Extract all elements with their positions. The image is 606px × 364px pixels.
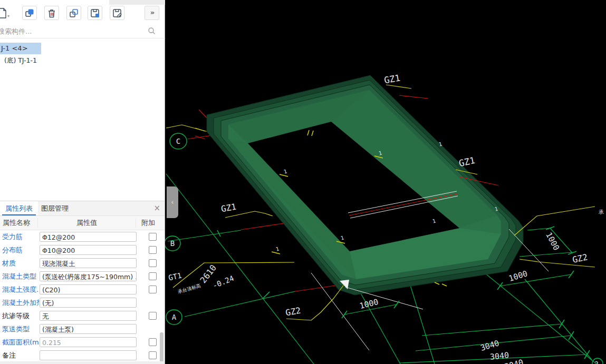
value-input-readonly: 0.215: [40, 337, 137, 347]
property-row: 混凝土外加剂(无): [0, 296, 165, 309]
axis-label-c: C: [176, 137, 180, 145]
attach-checkbox[interactable]: [149, 286, 157, 293]
value-input[interactable]: Φ10@200: [40, 245, 137, 255]
tree-node-selected[interactable]: J-1 <4>: [0, 43, 41, 54]
tab-property-list[interactable]: 属性列表: [0, 201, 38, 215]
attach-checkbox[interactable]: [149, 351, 157, 359]
property-row: 材质现浇混凝土: [0, 257, 165, 270]
cad-3d-viewport[interactable]: 1 1 1 1 1 1 1 C B A 2: [165, 0, 606, 364]
foundation-3d-model[interactable]: [207, 75, 523, 295]
value-input[interactable]: (泵送砼(坍落度175~190mm) ...: [40, 271, 137, 281]
tab-layer-management[interactable]: 图层管理: [36, 201, 74, 215]
dim-3040-a: 3040: [479, 338, 501, 353]
elevation-prefix: 承台顶标高: [177, 283, 201, 294]
label-gz1-top: GZ1: [383, 73, 401, 86]
dim-1000-vertical: 1000: [544, 231, 561, 252]
svg-text:1: 1: [275, 246, 280, 252]
dim-1000-right: 1000: [508, 269, 529, 283]
left-sidebar: ▾: [0, 0, 165, 364]
attach-checkbox[interactable]: [149, 312, 157, 320]
property-panel: 属性列表 图层管理 × 属性名称 属性值 附加 受力筋Φ12@200 分布筋Φ1…: [0, 201, 165, 364]
property-row: 混凝土强度...(C20): [0, 283, 165, 296]
property-tabs: 属性列表 图层管理 ×: [0, 201, 165, 216]
copy-icon: [24, 8, 35, 18]
save-button[interactable]: [88, 6, 102, 20]
value-input[interactable]: Φ12@200: [40, 232, 137, 242]
property-row: 抗渗等级无: [0, 309, 165, 322]
application-window: ▾: [0, 0, 606, 364]
label-gz2-bottom: GZ2: [285, 306, 302, 318]
tree-node-child[interactable]: (底) TJ-1-1: [4, 56, 37, 65]
axis-label-2: 2: [594, 360, 598, 364]
toolbar-more-button[interactable]: »: [145, 6, 159, 20]
toolbar: ▾: [0, 5, 165, 22]
delete-button[interactable]: [44, 6, 59, 20]
edge-clipped-char: 承: [598, 209, 604, 215]
property-row: 混凝土类型(泵送砼(坍落度175~190mm) ...: [0, 270, 165, 283]
elevation-value: -0.24: [211, 274, 235, 290]
value-input[interactable]: 现浇混凝土: [40, 258, 137, 268]
value-input[interactable]: (无): [40, 298, 137, 308]
value-input[interactable]: (C20): [40, 284, 137, 294]
panel-collapse-handle[interactable]: ‹: [167, 186, 178, 218]
trash-icon: [46, 8, 57, 18]
axis-label-b: B: [170, 239, 175, 248]
dim-1000-bottom: 1000: [359, 297, 379, 311]
property-row: 受力筋Φ12@200: [0, 230, 165, 243]
attach-checkbox[interactable]: [149, 259, 157, 267]
dropdown-caret-icon[interactable]: ▾: [7, 14, 9, 18]
dim-3040-b: 3040: [489, 350, 509, 362]
search-icon[interactable]: [148, 27, 156, 37]
property-row: 备注: [0, 349, 165, 362]
chevron-left-icon: ‹: [171, 199, 174, 206]
attach-checkbox[interactable]: [149, 246, 157, 254]
value-input[interactable]: [40, 350, 137, 360]
property-row: 截面面积(m²)0.215: [0, 336, 165, 349]
value-input[interactable]: (混凝土泵): [40, 324, 137, 334]
attach-checkbox[interactable]: [149, 272, 157, 280]
property-row: 分布筋Φ10@200: [0, 243, 165, 257]
property-row: 泵送类型(混凝土泵): [0, 322, 165, 336]
component-search[interactable]: 搜索构件...: [0, 24, 165, 38]
label-gz1-left: GZ1: [220, 202, 237, 214]
value-input[interactable]: 无: [40, 311, 137, 321]
save-icon: [90, 8, 100, 18]
label-gt1: GT1: [168, 271, 182, 282]
scrollbar-thumb[interactable]: [160, 332, 163, 363]
axis-label-a: A: [172, 313, 177, 321]
close-icon[interactable]: ×: [153, 201, 160, 215]
save-as-button[interactable]: [110, 6, 124, 20]
copy-layer-button[interactable]: [66, 6, 81, 20]
search-placeholder: 搜索构件...: [0, 27, 32, 36]
attach-checkbox[interactable]: [149, 338, 157, 346]
property-table-header: 属性名称 属性值 附加: [0, 216, 165, 230]
copy-button[interactable]: [22, 6, 37, 20]
window-top-strip: [109, 0, 165, 5]
label-gz1-right: GZ1: [458, 155, 476, 169]
save-as-icon: [112, 8, 122, 18]
panel-bottom-strip: [0, 361, 165, 364]
attach-checkbox[interactable]: [149, 233, 157, 241]
layers-icon: [69, 8, 79, 18]
label-gz2-right: GZ2: [572, 252, 589, 265]
